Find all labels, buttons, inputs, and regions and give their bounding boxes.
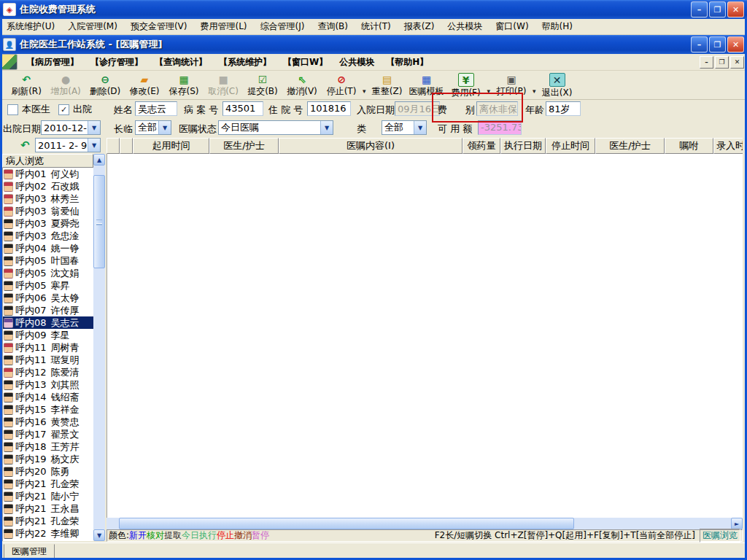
order-status-combo[interactable]: 今日医嘱 ▼ bbox=[218, 120, 333, 135]
case-no-field[interactable]: 43501 bbox=[222, 101, 263, 116]
toolbar-button-edit[interactable]: ▰修改(E) bbox=[125, 72, 164, 98]
child-menu-item-2[interactable]: 【查询统计】 bbox=[149, 55, 213, 70]
chevron-down-icon[interactable]: ▼ bbox=[158, 121, 171, 134]
orders-column-header-7[interactable]: 停止时间 bbox=[546, 138, 595, 154]
toolbar-button-delete[interactable]: ⊖删除(D) bbox=[85, 72, 125, 98]
patient-list-item[interactable]: 呼内21王永昌 bbox=[3, 502, 93, 515]
patient-list-item[interactable]: 呼内03林秀兰 bbox=[3, 192, 93, 205]
patient-list-item[interactable]: 呼内11周树青 bbox=[3, 341, 93, 354]
age-field[interactable]: 81岁 bbox=[546, 101, 581, 116]
toolbar-button-save[interactable]: ▦保存(S) bbox=[164, 72, 204, 98]
patient-list-item[interactable]: 呼内22李维卿 bbox=[3, 527, 93, 540]
h-scrollbar-thumb[interactable] bbox=[119, 518, 574, 529]
toolbar-button-submit[interactable]: ☑提交(B) bbox=[243, 72, 282, 98]
patient-list-item[interactable]: 呼内12陈爱清 bbox=[3, 366, 93, 378]
orders-column-header-3[interactable]: 医生/护士 bbox=[209, 138, 279, 154]
patient-list-item[interactable]: 呼内03翁爱仙 bbox=[3, 205, 93, 217]
child-menu-item-6[interactable]: 【帮助H】 bbox=[380, 55, 434, 70]
scroll-down-icon[interactable]: ▼ bbox=[93, 529, 105, 541]
mdi-minimize-button[interactable]: – bbox=[700, 56, 713, 69]
patient-list-item[interactable]: 呼内07许传厚 bbox=[3, 304, 93, 316]
patient-list-item[interactable]: 呼内21孔金荣 bbox=[3, 515, 93, 527]
patient-list-item[interactable]: 呼内21陆小宁 bbox=[3, 490, 93, 502]
main-menu-item-0[interactable]: 系统维护(U) bbox=[0, 19, 61, 34]
toolbar-button-stop[interactable]: ⊘停止(T) bbox=[322, 72, 361, 98]
patient-list-item[interactable]: 呼内04姚一铮 bbox=[3, 242, 93, 254]
patient-list-item[interactable]: 呼内03夏舜尧 bbox=[3, 217, 93, 230]
toolbar-button-undo[interactable]: ⇖撤消(V) bbox=[282, 72, 322, 98]
main-menu-item-9[interactable]: 窗口(W) bbox=[489, 19, 535, 34]
child-close-button[interactable]: ✕ bbox=[727, 36, 744, 52]
patient-scrollbar-thumb[interactable] bbox=[93, 175, 105, 268]
patient-list-item[interactable]: 呼内16黄赞忠 bbox=[3, 416, 93, 428]
my-doctor-checkbox[interactable]: 本医生 bbox=[7, 103, 50, 116]
patient-list-item[interactable]: 呼内18王芳芹 bbox=[3, 440, 93, 453]
minimize-button[interactable]: – bbox=[691, 1, 708, 18]
child-menu-item-4[interactable]: 【窗口W】 bbox=[277, 55, 333, 70]
admission-no-field[interactable]: 101816 bbox=[307, 101, 351, 116]
discharge-date-combo[interactable]: 2010-12-11 ▼ bbox=[41, 120, 101, 135]
patient-list-item[interactable]: 呼内02石改娥 bbox=[3, 180, 93, 192]
discharged-checkbox[interactable]: ✓ 出院 bbox=[58, 103, 92, 116]
patient-list-item[interactable]: 呼内01何义钧 bbox=[3, 168, 93, 180]
stop-dropdown-icon[interactable]: ▾ bbox=[361, 88, 368, 95]
patient-list-item[interactable]: 呼内08吴志云 bbox=[3, 316, 93, 329]
fee-dropdown-icon[interactable]: ▾ bbox=[486, 88, 492, 95]
patient-list-item[interactable]: 呼内13刘其照 bbox=[3, 378, 93, 391]
toolbar-button-refresh[interactable]: ↶刷新(R) bbox=[7, 72, 46, 98]
toolbar-button-exit[interactable]: ✕退出(X) bbox=[538, 72, 577, 100]
child-menu-item-1[interactable]: 【诊疗管理】 bbox=[85, 55, 149, 70]
toolbar-button-rebuild[interactable]: ▤重整(Z) bbox=[368, 72, 407, 98]
patient-list-item[interactable]: 呼内09李星 bbox=[3, 329, 93, 341]
main-menu-item-6[interactable]: 统计(T) bbox=[355, 19, 398, 34]
main-menu-item-7[interactable]: 报表(Z) bbox=[398, 19, 441, 34]
orders-column-header-10[interactable]: 录入时间 bbox=[713, 138, 743, 154]
patient-list-item[interactable]: 呼内14钱绍斋 bbox=[3, 391, 93, 403]
duration-combo[interactable]: 全部 ▼ bbox=[135, 120, 171, 135]
maximize-button[interactable]: ❐ bbox=[709, 1, 726, 18]
date2-combo[interactable]: 2011- 2- 9 ▼ bbox=[35, 138, 101, 152]
patient-list-item[interactable]: 呼内17翟景文 bbox=[3, 428, 93, 440]
patient-list-item[interactable]: 呼内05寒昇 bbox=[3, 279, 93, 292]
main-menu-item-4[interactable]: 综合管理(J) bbox=[254, 19, 311, 34]
scroll-up-icon[interactable]: ▲ bbox=[93, 154, 105, 166]
chevron-down-icon[interactable]: ▼ bbox=[88, 139, 100, 152]
toolbar-button-fee[interactable]: ¥费用(F) bbox=[446, 72, 486, 100]
child-menu-item-3[interactable]: 【系统维护】 bbox=[213, 55, 277, 70]
orders-column-header-4[interactable]: 医嘱内容(I) bbox=[279, 138, 462, 154]
tab-order-management[interactable]: 医嘱管理 bbox=[4, 544, 55, 559]
main-menu-item-8[interactable]: 公共模块 bbox=[441, 19, 489, 34]
toolbar-button-template[interactable]: ▦医嘱模板 bbox=[407, 72, 446, 98]
orders-column-header-5[interactable]: 领药量 bbox=[462, 138, 500, 154]
main-menu-item-5[interactable]: 查询(B) bbox=[311, 19, 355, 34]
my-doctor-checkbox-box[interactable] bbox=[7, 104, 18, 115]
patient-list-item[interactable]: 呼内11琚复明 bbox=[3, 354, 93, 366]
orders-column-header-9[interactable]: 嘱咐 bbox=[665, 138, 713, 154]
close-button[interactable]: ✕ bbox=[727, 1, 744, 18]
orders-column-header-1[interactable] bbox=[120, 138, 133, 154]
name-field[interactable]: 吴志云 bbox=[135, 101, 177, 116]
orders-column-header-6[interactable]: 执行日期 bbox=[500, 138, 546, 154]
child-menu-item-5[interactable]: 公共模块 bbox=[333, 55, 380, 70]
patient-list-item[interactable]: 呼内05叶国春 bbox=[3, 254, 93, 267]
main-menu-item-10[interactable]: 帮助(H) bbox=[535, 19, 579, 34]
orders-column-header-8[interactable]: 医生/护士 bbox=[595, 138, 665, 154]
type-combo[interactable]: 全部 ▼ bbox=[382, 120, 427, 135]
chevron-down-icon[interactable]: ▼ bbox=[320, 121, 333, 134]
main-menu-item-2[interactable]: 预交金管理(V) bbox=[124, 19, 194, 34]
patient-list-item[interactable]: 呼内06吴太铮 bbox=[3, 292, 93, 304]
child-minimize-button[interactable]: – bbox=[691, 36, 708, 52]
patient-list-item[interactable]: 呼内03危忠淦 bbox=[3, 230, 93, 242]
orders-column-header-0[interactable] bbox=[107, 138, 120, 154]
chevron-down-icon[interactable]: ▼ bbox=[414, 121, 426, 134]
main-menu-item-1[interactable]: 入院管理(M) bbox=[61, 19, 124, 34]
child-menu-item-0[interactable]: 【病历管理】 bbox=[20, 55, 85, 70]
mdi-restore-button[interactable]: ❐ bbox=[715, 56, 729, 69]
patient-list-item[interactable]: 呼内21孔金荣 bbox=[3, 478, 93, 490]
patient-list-item[interactable]: 呼内19杨文庆 bbox=[3, 453, 93, 465]
mdi-close-button[interactable]: ✕ bbox=[730, 56, 744, 69]
child-maximize-button[interactable]: ❐ bbox=[709, 36, 726, 52]
order-browse-button[interactable]: 医嘱浏览 bbox=[700, 529, 740, 542]
main-menu-item-3[interactable]: 费用管理(L) bbox=[193, 19, 253, 34]
patient-list-item[interactable]: 呼内20陈勇 bbox=[3, 465, 93, 478]
